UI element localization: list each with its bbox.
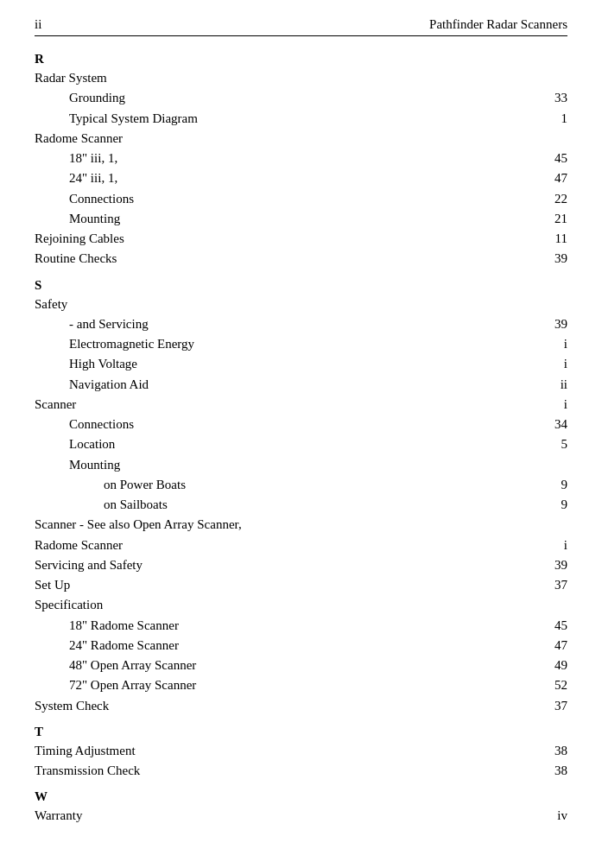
index-entry: Scanneri (35, 395, 567, 415)
entry-text: 18" iii, 1, (69, 149, 117, 168)
index-content: RRadar SystemGrounding33Typical System D… (35, 52, 567, 827)
entry-text: Safety (35, 295, 67, 314)
index-entry: Safety (35, 295, 567, 314)
entry-text: Navigation Aid (69, 375, 149, 395)
index-entry: Radome Scanner (35, 129, 567, 149)
entry-page: 37 (542, 575, 567, 595)
entry-text: System Check (35, 696, 109, 716)
index-entry: Radome Scanneri (35, 535, 567, 555)
entry-page: 11 (542, 229, 567, 249)
entry-page: 21 (542, 209, 567, 229)
entry-text: 48" Open Array Scanner (69, 656, 196, 675)
index-entry: Electromagnetic Energyi (35, 334, 567, 354)
entry-text: Specification (35, 595, 103, 615)
entry-page: 47 (542, 636, 567, 656)
index-entry: Specification (35, 595, 567, 615)
index-entry: - and Servicing39 (35, 314, 567, 334)
entry-text: on Power Boats (104, 475, 186, 495)
entry-text: High Voltage (69, 354, 137, 374)
index-entry: 18" Radome Scanner45 (35, 616, 567, 636)
entry-text: - and Servicing (69, 314, 149, 334)
index-entry: Servicing and Safety39 (35, 555, 567, 575)
index-entry: on Power Boats9 (35, 475, 567, 495)
entry-page: 47 (542, 168, 567, 188)
entry-text: Grounding (69, 88, 125, 108)
index-entry: Radar System (35, 68, 567, 88)
entry-page: 33 (542, 88, 567, 108)
index-entry: Warrantyiv (35, 806, 567, 826)
entry-text: Rejoining Cables (35, 229, 124, 249)
entry-page: 37 (542, 696, 567, 716)
entry-page: 5 (542, 434, 567, 454)
entry-page: 49 (542, 656, 567, 675)
entry-page: 9 (542, 495, 567, 515)
entry-text: Radome Scanner (35, 129, 123, 149)
header-right: Pathfinder Radar Scanners (429, 17, 567, 32)
entry-page: 1 (542, 109, 567, 129)
index-entry: Timing Adjustment38 (35, 741, 567, 761)
index-entry: Connections34 (35, 415, 567, 434)
entry-page: i (542, 354, 567, 374)
entry-page: 22 (542, 189, 567, 209)
entry-text: Radar System (35, 68, 107, 88)
entry-text: Scanner (35, 395, 76, 415)
entry-text: 24" iii, 1, (69, 168, 117, 188)
entry-text: Scanner - See also Open Array Scanner, (35, 515, 242, 535)
section-letter-w: W (35, 789, 567, 804)
index-entry: on Sailboats9 (35, 495, 567, 515)
entry-text: Mounting (69, 455, 120, 475)
entry-page: 52 (542, 675, 567, 695)
index-entry: 72" Open Array Scanner52 (35, 675, 567, 695)
index-entry: Mounting21 (35, 209, 567, 229)
entry-page: 34 (542, 415, 567, 434)
entry-text: Connections (69, 415, 134, 434)
entry-text: Location (69, 434, 115, 454)
index-entry: 24" iii, 1,47 (35, 168, 567, 188)
entry-page: 39 (542, 555, 567, 575)
entry-text: Routine Checks (35, 249, 117, 269)
index-entry: Mounting (35, 455, 567, 475)
entry-text: Electromagnetic Energy (69, 334, 194, 354)
index-entry: Typical System Diagram1 (35, 109, 567, 129)
index-entry: 18" iii, 1,45 (35, 149, 567, 168)
entry-page: ii (542, 375, 567, 395)
entry-page: i (542, 535, 567, 555)
entry-page: 38 (542, 741, 567, 761)
index-entry: Connections22 (35, 189, 567, 209)
entry-text: 24" Radome Scanner (69, 636, 179, 656)
index-entry: Navigation Aidii (35, 375, 567, 395)
index-entry: Location5 (35, 434, 567, 454)
entry-page: 45 (542, 149, 567, 168)
entry-page: 38 (542, 761, 567, 781)
index-entry: System Check37 (35, 696, 567, 716)
section-letter-r: R (35, 52, 567, 67)
entry-text: Set Up (35, 575, 70, 595)
header-left: ii (35, 17, 41, 32)
entry-text: Servicing and Safety (35, 555, 143, 575)
index-entry: 48" Open Array Scanner49 (35, 656, 567, 675)
entry-text: Warranty (35, 806, 82, 826)
section-letter-t: T (35, 725, 567, 739)
entry-text: on Sailboats (104, 495, 168, 515)
entry-text: Transmission Check (35, 761, 140, 781)
index-entry: Set Up37 (35, 575, 567, 595)
index-entry: Scanner - See also Open Array Scanner, (35, 515, 567, 535)
entry-page: i (542, 334, 567, 354)
entry-text: 72" Open Array Scanner (69, 675, 196, 695)
entry-text: Mounting (69, 209, 120, 229)
index-entry: Transmission Check38 (35, 761, 567, 781)
entry-text: Radome Scanner (35, 535, 123, 555)
index-entry: Grounding33 (35, 88, 567, 108)
entry-page: 9 (542, 475, 567, 495)
entry-page: 39 (542, 314, 567, 334)
index-entry: High Voltagei (35, 354, 567, 374)
entry-page: 39 (542, 249, 567, 269)
index-entry: Routine Checks39 (35, 249, 567, 269)
section-letter-s: S (35, 278, 567, 293)
entry-text: Timing Adjustment (35, 741, 136, 761)
index-entry: Rejoining Cables11 (35, 229, 567, 249)
entry-text: 18" Radome Scanner (69, 616, 179, 636)
entry-page: i (542, 395, 567, 415)
index-entry: 24" Radome Scanner47 (35, 636, 567, 656)
entry-text: Typical System Diagram (69, 109, 198, 129)
